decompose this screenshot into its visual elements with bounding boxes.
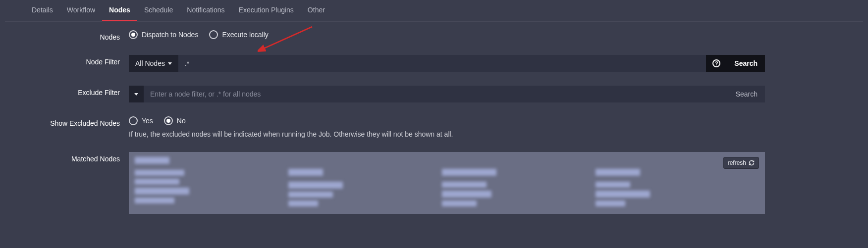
radio-show-excluded-no[interactable]: No <box>164 116 186 125</box>
radio-yes-label: Yes <box>142 117 153 125</box>
node-filter-input[interactable] <box>178 55 706 72</box>
show-excluded-radio-group: Yes No <box>129 116 765 125</box>
node-filter-search-button[interactable]: Search <box>727 55 765 72</box>
refresh-icon <box>749 160 755 166</box>
radio-show-excluded-yes[interactable]: Yes <box>129 116 153 125</box>
node-filter-dropdown[interactable]: All Nodes <box>129 55 178 72</box>
radio-dispatch-to-nodes[interactable]: Dispatch to Nodes <box>129 30 198 39</box>
node-filter-help-button[interactable]: ? <box>706 55 727 72</box>
exclude-filter-search-button[interactable]: Search <box>728 86 765 102</box>
exclude-filter-dropdown[interactable] <box>129 86 144 102</box>
refresh-button[interactable]: refresh <box>723 157 759 169</box>
tab-execution-plugins[interactable]: Execution Plugins <box>232 0 301 21</box>
matched-node-item <box>596 169 650 209</box>
nodes-radio-group: Dispatch to Nodes Execute locally <box>129 30 765 39</box>
show-excluded-label: Show Excluded Nodes <box>0 116 129 127</box>
tab-details[interactable]: Details <box>25 0 60 21</box>
matched-nodes-panel: refresh <box>129 152 765 214</box>
radio-no-label: No <box>177 117 186 125</box>
radio-icon <box>129 30 138 39</box>
refresh-label: refresh <box>728 159 746 166</box>
exclude-filter-input-group: Search <box>129 86 765 102</box>
node-filter-input-group: All Nodes ? Search <box>129 55 765 72</box>
matched-nodes-label: Matched Nodes <box>0 152 129 163</box>
help-icon: ? <box>712 59 720 67</box>
exclude-filter-label: Exclude Filter <box>0 86 129 97</box>
radio-execute-locally[interactable]: Execute locally <box>209 30 268 39</box>
matched-node-item <box>288 169 343 209</box>
nodes-label: Nodes <box>0 30 129 41</box>
radio-icon <box>209 30 218 39</box>
tab-notifications[interactable]: Notifications <box>180 0 231 21</box>
radio-execute-locally-label: Execute locally <box>222 31 268 39</box>
tabs-bar: Details Workflow Nodes Schedule Notifica… <box>5 0 863 21</box>
show-excluded-hint: If true, the excluded nodes will be indi… <box>129 130 765 138</box>
annotation-arrow-icon <box>258 24 317 54</box>
chevron-down-icon <box>134 93 138 96</box>
node-filter-dropdown-label: All Nodes <box>135 59 165 67</box>
svg-line-0 <box>263 27 312 49</box>
matched-node-item <box>135 157 189 209</box>
radio-icon <box>129 116 138 125</box>
exclude-filter-input[interactable] <box>144 86 728 102</box>
tab-workflow[interactable]: Workflow <box>60 0 102 21</box>
tab-nodes[interactable]: Nodes <box>102 0 137 21</box>
radio-dispatch-label: Dispatch to Nodes <box>142 31 198 39</box>
matched-node-item <box>442 169 496 209</box>
radio-icon <box>164 116 173 125</box>
tab-schedule[interactable]: Schedule <box>137 0 180 21</box>
node-filter-label: Node Filter <box>0 55 129 66</box>
tab-other[interactable]: Other <box>301 0 332 21</box>
chevron-down-icon <box>168 62 172 65</box>
